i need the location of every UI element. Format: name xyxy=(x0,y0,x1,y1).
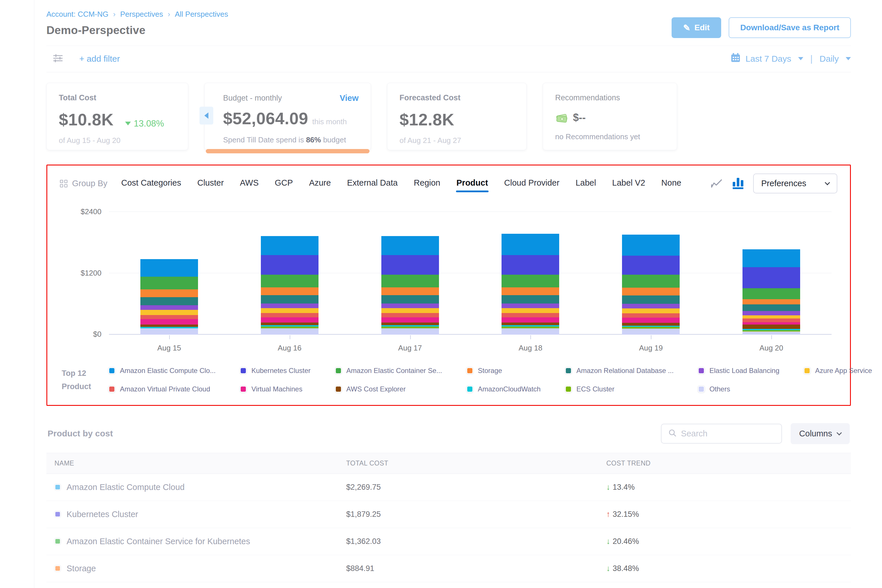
bar-segment[interactable] xyxy=(261,236,318,255)
legend-item[interactable]: Amazon Virtual Private Cloud xyxy=(108,385,216,393)
edit-button[interactable]: ✎ Edit xyxy=(672,17,721,38)
bar-segment[interactable] xyxy=(140,297,198,305)
legend-item[interactable]: Amazon Elastic Compute Clo... xyxy=(108,367,216,375)
bar-segment[interactable] xyxy=(381,308,439,313)
bar-segment[interactable] xyxy=(501,322,559,325)
stacked-bar-aug-15[interactable] xyxy=(140,259,198,334)
bar-segment[interactable] xyxy=(381,328,439,334)
stacked-bar-aug-20[interactable] xyxy=(742,249,800,334)
line-chart-toggle-icon[interactable] xyxy=(711,178,723,189)
bar-segment[interactable] xyxy=(381,322,439,325)
bar-chart-toggle-icon[interactable] xyxy=(733,178,743,189)
table-row[interactable]: Kubernetes Cluster$1,879.25↑32.15% xyxy=(46,501,851,528)
bar-segment[interactable] xyxy=(742,299,800,304)
legend-item[interactable]: Virtual Machines xyxy=(240,385,310,393)
group-by-tab-gcp[interactable]: GCP xyxy=(274,175,293,192)
group-by-tab-cloud-provider[interactable]: Cloud Provider xyxy=(504,175,560,192)
bar-segment[interactable] xyxy=(501,328,559,334)
group-by-tab-label-v2[interactable]: Label V2 xyxy=(612,175,646,192)
product-name-cell[interactable]: Amazon Elastic Container Service for Kub… xyxy=(54,537,346,546)
product-name-cell[interactable]: Amazon Elastic Compute Cloud xyxy=(54,483,346,492)
bar-segment[interactable] xyxy=(742,322,800,324)
bar-segment[interactable] xyxy=(622,288,680,296)
product-name-cell[interactable]: Storage xyxy=(54,564,346,573)
legend-item[interactable]: Amazon Elastic Container Se... xyxy=(335,367,442,375)
table-row[interactable]: Storage$884.91↓38.48% xyxy=(46,555,851,582)
bar-segment[interactable] xyxy=(742,315,800,319)
bar-segment[interactable] xyxy=(381,313,439,317)
bar-segment[interactable] xyxy=(140,310,198,315)
group-by-tab-external-data[interactable]: External Data xyxy=(346,175,398,192)
legend-item[interactable]: Others xyxy=(698,385,779,393)
bar-segment[interactable] xyxy=(622,308,680,314)
bar-segment[interactable] xyxy=(501,255,559,274)
bar-segment[interactable] xyxy=(742,288,800,299)
bar-segment[interactable] xyxy=(622,328,680,334)
bar-segment[interactable] xyxy=(501,313,559,317)
bar-segment[interactable] xyxy=(140,290,198,297)
legend-item[interactable]: Azure App Service xyxy=(804,367,872,375)
bar-segment[interactable] xyxy=(501,303,559,308)
bar-segment[interactable] xyxy=(261,255,318,274)
bar-segment[interactable] xyxy=(381,236,439,255)
breadcrumb-link[interactable]: Perspectives xyxy=(120,10,163,19)
group-by-tab-none[interactable]: None xyxy=(661,175,682,192)
bar-segment[interactable] xyxy=(261,317,318,323)
bar-segment[interactable] xyxy=(742,249,800,267)
bar-segment[interactable] xyxy=(140,328,198,334)
bar-segment[interactable] xyxy=(501,308,559,313)
group-by-tab-product[interactable]: Product xyxy=(456,175,489,192)
columns-button[interactable]: Columns xyxy=(790,423,850,444)
bar-segment[interactable] xyxy=(261,295,318,303)
group-by-tab-region[interactable]: Region xyxy=(413,175,441,192)
bar-segment[interactable] xyxy=(742,267,800,288)
bar-segment[interactable] xyxy=(261,328,318,334)
group-by-tab-azure[interactable]: Azure xyxy=(308,175,332,192)
bar-segment[interactable] xyxy=(742,304,800,311)
stacked-bar-aug-18[interactable] xyxy=(501,234,559,334)
bar-segment[interactable] xyxy=(140,305,198,310)
bar-segment[interactable] xyxy=(381,303,439,308)
bar-segment[interactable] xyxy=(261,322,318,325)
group-by-tab-cluster[interactable]: Cluster xyxy=(196,175,224,192)
time-range-dropdown[interactable]: Last 7 Days xyxy=(746,54,791,64)
bar-segment[interactable] xyxy=(501,317,559,323)
bar-segment[interactable] xyxy=(261,313,318,317)
download-save-report-button[interactable]: Download/Save as Report xyxy=(729,17,851,38)
bar-segment[interactable] xyxy=(622,275,680,287)
bar-segment[interactable] xyxy=(140,277,198,290)
legend-item[interactable]: ECS Cluster xyxy=(565,385,674,393)
bar-segment[interactable] xyxy=(261,275,318,287)
bar-segment[interactable] xyxy=(140,315,198,319)
bar-segment[interactable] xyxy=(381,255,439,274)
bar-segment[interactable] xyxy=(381,317,439,323)
bar-segment[interactable] xyxy=(381,295,439,303)
bar-segment[interactable] xyxy=(261,287,318,296)
bar-segment[interactable] xyxy=(742,332,800,334)
group-by-tab-label[interactable]: Label xyxy=(575,175,597,192)
legend-item[interactable]: Storage xyxy=(466,367,541,375)
bar-segment[interactable] xyxy=(261,303,318,308)
bar-segment[interactable] xyxy=(381,275,439,287)
group-by-tab-aws[interactable]: AWS xyxy=(239,175,259,192)
bar-segment[interactable] xyxy=(622,304,680,308)
bar-segment[interactable] xyxy=(501,234,559,255)
bar-segment[interactable] xyxy=(622,296,680,303)
stacked-bar-aug-16[interactable] xyxy=(261,236,318,334)
product-name-cell[interactable]: Kubernetes Cluster xyxy=(54,510,346,519)
bar-segment[interactable] xyxy=(501,295,559,303)
add-filter-button[interactable]: + add filter xyxy=(79,54,120,64)
bar-segment[interactable] xyxy=(742,318,800,322)
budget-view-link[interactable]: View xyxy=(339,93,358,103)
search-input[interactable] xyxy=(681,429,774,438)
bar-segment[interactable] xyxy=(381,287,439,296)
bar-segment[interactable] xyxy=(140,324,198,327)
legend-item[interactable]: Amazon Relational Database ... xyxy=(565,367,674,375)
breadcrumb-link[interactable]: Account: CCM-NG xyxy=(46,10,108,19)
table-row[interactable]: Amazon Elastic Container Service for Kub… xyxy=(46,528,851,555)
legend-item[interactable]: AmazonCloudWatch xyxy=(466,385,541,393)
granularity-dropdown[interactable]: Daily xyxy=(819,54,839,64)
stacked-bar-aug-17[interactable] xyxy=(381,236,439,334)
bar-segment[interactable] xyxy=(140,259,198,276)
bar-segment[interactable] xyxy=(622,235,680,256)
